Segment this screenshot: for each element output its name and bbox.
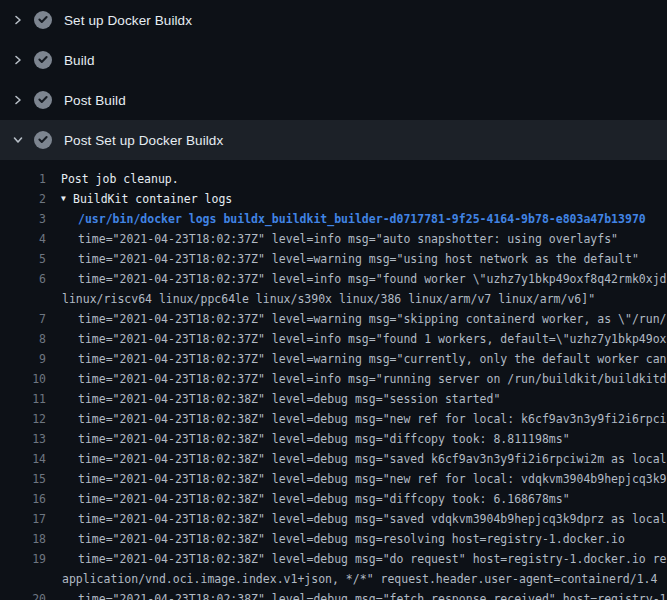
section-row-build[interactable]: Build (0, 40, 667, 80)
log-text: time="2021-04-23T18:02:38Z" level=debug … (78, 389, 500, 409)
log-row: 10time="2021-04-23T18:02:37Z" level=info… (0, 369, 667, 389)
log-text: time="2021-04-23T18:02:37Z" level=info m… (78, 269, 667, 289)
line-number[interactable]: 13 (0, 429, 46, 449)
log-row: 5time="2021-04-23T18:02:37Z" level=warni… (0, 249, 667, 269)
section-row-post-build[interactable]: Post Build (0, 80, 667, 120)
log-row: 13time="2021-04-23T18:02:38Z" level=debu… (0, 429, 667, 449)
log-text: time="2021-04-23T18:02:38Z" level=debug … (78, 549, 667, 569)
log-text: time="2021-04-23T18:02:38Z" level=debug … (78, 409, 667, 429)
log-text: time="2021-04-23T18:02:38Z" level=debug … (78, 509, 667, 529)
line-number[interactable]: 19 (0, 549, 46, 569)
log-row: 17time="2021-04-23T18:02:38Z" level=debu… (0, 509, 667, 529)
log-row: 20time="2021-04-23T18:02:38Z" level=debu… (0, 589, 667, 600)
check-circle-icon (34, 51, 52, 69)
section-label: Post Build (64, 93, 126, 108)
log-row: linux/riscv64 linux/ppc64le linux/s390x … (0, 289, 667, 309)
log-row: 8time="2021-04-23T18:02:37Z" level=info … (0, 329, 667, 349)
log-text: time="2021-04-23T18:02:37Z" level=info m… (78, 229, 618, 249)
log-row: 2▼BuildKit container logs (0, 189, 667, 209)
section-label: Post Set up Docker Buildx (64, 133, 223, 148)
log-text: time="2021-04-23T18:02:38Z" level=debug … (78, 529, 625, 549)
chevron-right-icon (12, 94, 24, 106)
line-number[interactable]: 11 (0, 389, 46, 409)
log-row: 4time="2021-04-23T18:02:37Z" level=info … (0, 229, 667, 249)
log-text: Post job cleanup. (61, 169, 179, 189)
check-circle-icon (34, 91, 52, 109)
line-number[interactable]: 14 (0, 449, 46, 469)
log-text: time="2021-04-23T18:02:38Z" level=debug … (78, 429, 570, 449)
log-row: 18time="2021-04-23T18:02:38Z" level=debu… (0, 529, 667, 549)
log-row: 3/usr/bin/docker logs buildx_buildkit_bu… (0, 209, 667, 229)
section-label: Build (64, 53, 95, 68)
log-text: time="2021-04-23T18:02:37Z" level=warnin… (78, 249, 639, 269)
log-row: 7time="2021-04-23T18:02:37Z" level=warni… (0, 309, 667, 329)
line-number[interactable]: 20 (0, 589, 46, 600)
log-text: time="2021-04-23T18:02:37Z" level=warnin… (78, 309, 667, 329)
chevron-down-icon (12, 134, 24, 146)
log-row: 11time="2021-04-23T18:02:38Z" level=debu… (0, 389, 667, 409)
line-number[interactable]: 5 (0, 249, 46, 269)
check-circle-icon (34, 131, 52, 149)
log-row: 12time="2021-04-23T18:02:38Z" level=debu… (0, 409, 667, 429)
line-number[interactable]: 17 (0, 509, 46, 529)
log-row: 15time="2021-04-23T18:02:38Z" level=debu… (0, 469, 667, 489)
log-row: 16time="2021-04-23T18:02:38Z" level=debu… (0, 489, 667, 509)
log-command-text: /usr/bin/docker logs buildx_buildkit_bui… (78, 209, 646, 229)
log-container: 1Post job cleanup.2▼BuildKit container l… (0, 160, 667, 600)
line-number[interactable]: 9 (0, 349, 46, 369)
log-text: time="2021-04-23T18:02:37Z" level=info m… (78, 369, 667, 389)
section-label: Set up Docker Buildx (64, 13, 192, 28)
log-row: 19time="2021-04-23T18:02:38Z" level=debu… (0, 549, 667, 569)
line-number[interactable]: 15 (0, 469, 46, 489)
log-row: application/vnd.oci.image.index.v1+json,… (0, 569, 667, 589)
section-row-post-set-up-docker-buildx[interactable]: Post Set up Docker Buildx (0, 120, 667, 160)
log-text: time="2021-04-23T18:02:37Z" level=warnin… (78, 349, 667, 369)
line-number (0, 289, 46, 309)
line-number[interactable]: 1 (0, 169, 46, 189)
log-row: 14time="2021-04-23T18:02:38Z" level=debu… (0, 449, 667, 469)
line-number[interactable]: 10 (0, 369, 46, 389)
line-number[interactable]: 2 (0, 189, 46, 209)
line-number[interactable]: 7 (0, 309, 46, 329)
line-number (0, 569, 46, 589)
line-number[interactable]: 16 (0, 489, 46, 509)
log-text: time="2021-04-23T18:02:38Z" level=debug … (78, 589, 667, 600)
log-text: time="2021-04-23T18:02:38Z" level=debug … (78, 449, 667, 469)
log-row: 1Post job cleanup. (0, 169, 667, 189)
log-text: application/vnd.oci.image.index.v1+json,… (62, 569, 657, 589)
log-row: 6time="2021-04-23T18:02:37Z" level=info … (0, 269, 667, 289)
line-number[interactable]: 3 (0, 209, 46, 229)
line-number[interactable]: 6 (0, 269, 46, 289)
log-text: time="2021-04-23T18:02:38Z" level=debug … (78, 469, 667, 489)
line-number[interactable]: 18 (0, 529, 46, 549)
log-text: time="2021-04-23T18:02:38Z" level=debug … (78, 489, 570, 509)
line-number[interactable]: 4 (0, 229, 46, 249)
check-circle-icon (34, 11, 52, 29)
line-number[interactable]: 12 (0, 409, 46, 429)
group-toggle-icon[interactable]: ▼ (61, 189, 73, 209)
chevron-right-icon (12, 14, 24, 26)
log-group-title[interactable]: BuildKit container logs (73, 189, 232, 209)
line-number[interactable]: 8 (0, 329, 46, 349)
log-text: time="2021-04-23T18:02:37Z" level=info m… (78, 329, 667, 349)
log-text: linux/riscv64 linux/ppc64le linux/s390x … (62, 289, 595, 309)
log-row: 9time="2021-04-23T18:02:37Z" level=warni… (0, 349, 667, 369)
chevron-right-icon (12, 54, 24, 66)
section-row-set-up-docker-buildx[interactable]: Set up Docker Buildx (0, 0, 667, 40)
